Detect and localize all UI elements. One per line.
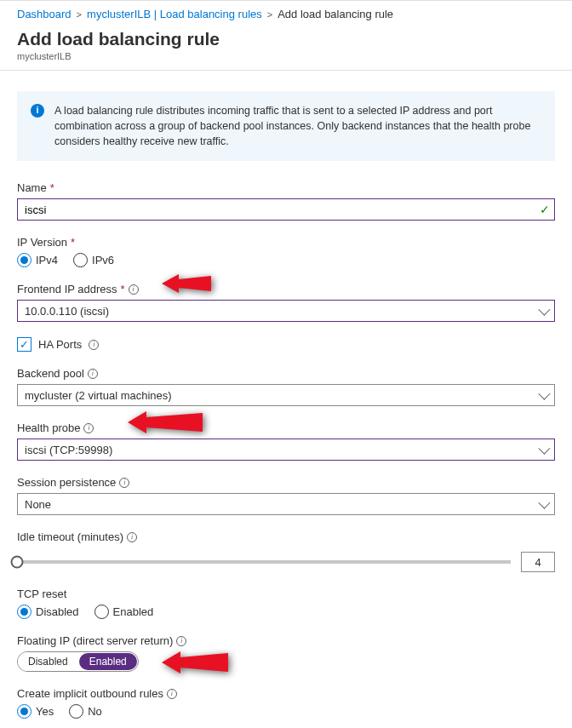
title-block: Add load balancing rule myclusterILB: [0, 26, 572, 71]
ipversion-label: IP Version*: [17, 236, 555, 249]
radio-icon: [94, 605, 109, 619]
info-icon[interactable]: i: [127, 532, 137, 542]
chevron-right-icon: >: [77, 9, 82, 20]
radio-outbound-yes[interactable]: Yes: [17, 704, 54, 719]
chevron-right-icon: >: [267, 9, 272, 20]
info-icon[interactable]: i: [167, 689, 177, 699]
info-icon: i: [31, 104, 44, 118]
backend-label: Backend pool i: [17, 367, 555, 380]
outbound-label: Create implicit outbound rules i: [17, 687, 555, 700]
annotation-arrow-icon: [162, 646, 230, 679]
info-text: A load balancing rule distributes incomi…: [54, 103, 541, 149]
page-title: Add load balancing rule: [17, 29, 555, 49]
toggle-disabled[interactable]: Disabled: [18, 652, 78, 671]
backend-select[interactable]: mycluster (2 virtual machines): [17, 384, 555, 406]
radio-icon: [69, 704, 83, 719]
frontend-label: Frontend IP address* i: [17, 283, 555, 295]
breadcrumb-current: Add load balancing rule: [277, 8, 393, 20]
floating-toggle[interactable]: Disabled Enabled: [17, 651, 139, 672]
tcpreset-label: TCP reset: [17, 588, 555, 600]
session-label: Session persistence i: [17, 476, 555, 489]
info-banner: i A load balancing rule distributes inco…: [17, 91, 555, 161]
radio-icon: [17, 605, 31, 619]
session-select[interactable]: None: [17, 493, 555, 515]
slider-thumb[interactable]: [11, 556, 24, 569]
radio-ipv4[interactable]: IPv4: [17, 253, 58, 267]
chevron-down-icon: [538, 388, 550, 400]
info-icon[interactable]: i: [119, 478, 129, 488]
radio-tcp-disabled[interactable]: Disabled: [17, 605, 79, 619]
info-icon[interactable]: i: [129, 284, 139, 295]
idle-slider[interactable]: [17, 560, 511, 564]
haports-checkbox[interactable]: ✓: [17, 337, 31, 352]
name-input[interactable]: [17, 198, 555, 221]
radio-tcp-enabled[interactable]: Enabled: [94, 605, 154, 619]
radio-icon: [17, 704, 31, 719]
idle-value[interactable]: 4: [521, 552, 555, 572]
frontend-select[interactable]: 10.0.0.110 (iscsi): [17, 300, 555, 322]
toggle-enabled[interactable]: Enabled: [79, 653, 137, 670]
breadcrumb: Dashboard > myclusterILB | Load balancin…: [0, 0, 572, 26]
page-subtitle: myclusterILB: [17, 51, 555, 61]
radio-icon: [73, 253, 88, 267]
breadcrumb-lb-rules[interactable]: myclusterILB | Load balancing rules: [87, 8, 262, 20]
info-icon[interactable]: i: [88, 369, 98, 379]
floating-label: Floating IP (direct server return) i: [17, 634, 555, 647]
name-label: Name*: [17, 181, 555, 194]
healthprobe-select[interactable]: iscsi (TCP:59998): [17, 439, 555, 461]
chevron-down-icon: [538, 497, 550, 509]
svg-marker-2: [162, 651, 228, 674]
breadcrumb-dashboard[interactable]: Dashboard: [17, 8, 72, 20]
chevron-down-icon: [538, 443, 550, 455]
radio-ipv6[interactable]: IPv6: [73, 253, 114, 267]
info-icon[interactable]: i: [83, 423, 94, 433]
radio-outbound-no[interactable]: No: [69, 704, 102, 719]
info-icon[interactable]: i: [89, 340, 99, 350]
idle-label: Idle timeout (minutes) i: [17, 530, 555, 543]
radio-icon: [17, 253, 31, 267]
healthprobe-label: Health probe i: [17, 421, 555, 434]
info-icon[interactable]: i: [176, 636, 186, 646]
haports-label: HA Ports: [38, 338, 82, 351]
chevron-down-icon: [538, 304, 550, 316]
